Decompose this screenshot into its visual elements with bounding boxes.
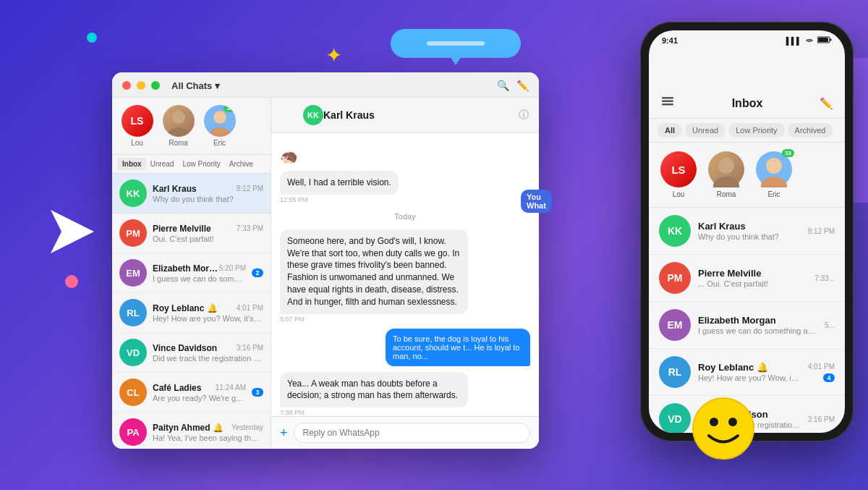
phone-status-bar: 9:41 ▌▌▌ [649, 30, 845, 48]
msg-bubble-long: Someone here, and by God's will, I know.… [280, 229, 468, 314]
chat-name-karl: Karl Kraus [153, 184, 197, 194]
phone-tab-unread[interactable]: Unread [685, 123, 726, 138]
chat-input-bar: + [271, 416, 539, 449]
add-icon[interactable]: + [280, 426, 288, 441]
chat-time-elizabeth: 5:20 PM [219, 264, 246, 272]
avatar-lou[interactable]: LS Lou [121, 105, 153, 147]
unread-badge-cafe: 3 [252, 388, 263, 397]
phone-chat-avatar-vince: VD [659, 403, 691, 433]
phone-avatar-lou-label: Lou [673, 190, 685, 198]
chat-time-cafe: 11:24 AM [216, 384, 246, 392]
app-logo [43, 203, 101, 261]
phone-screen: Inbox ✏️ All Unread Low Priority Archive… [649, 30, 845, 433]
traffic-light-yellow[interactable] [137, 81, 145, 90]
phone-tab-archived[interactable]: Archived [788, 123, 833, 138]
avatar-eric[interactable]: 33 Eric [203, 105, 236, 147]
phone-frame: 9:41 ▌▌▌ [640, 22, 854, 442]
phone-chat-roy[interactable]: RL Roy Leblanc 🔔 Hey! How are you? Wow, … [649, 349, 845, 396]
svg-point-1 [172, 111, 185, 124]
tab-archive[interactable]: Archive [225, 158, 258, 170]
phone-chat-time-karl: 8:12 PM [808, 227, 835, 235]
svg-point-19 [693, 398, 754, 459]
phone-time: 9:41 [662, 36, 678, 45]
phone-avatar-eric[interactable]: 33 Eric [756, 151, 792, 198]
wifi-icon [804, 36, 814, 45]
svg-point-17 [766, 158, 782, 174]
chat-preview-karl: Why do you think that? [153, 195, 263, 203]
phone-avatar-lou[interactable]: LS Lou [660, 151, 697, 198]
phone-chat-karl[interactable]: KK Karl Kraus Why do you think that? 8:1… [649, 208, 845, 255]
chat-item-roy[interactable]: RL Roy Leblanc 🔔 4:01 PM Hey! How are yo… [112, 293, 271, 333]
chat-info-cafe: Café Ladies 11:24 AM Are you ready? We'r… [153, 383, 246, 402]
tab-low-priority[interactable]: Low Priority [178, 158, 224, 170]
phone-avatar-roma-label: Roma [717, 190, 736, 198]
phone-chat-meta-roy: 4:01 PM 4 [808, 363, 835, 382]
svg-point-18 [761, 177, 787, 187]
svg-point-2 [168, 127, 190, 137]
reply-input[interactable] [294, 423, 530, 443]
chat-item-pierre[interactable]: PM Pierre Melville 7:33 PM Oui. C'est pa… [112, 214, 271, 253]
svg-point-15 [718, 158, 734, 174]
phone-chat-info-pierre: Pierre Melville ... Oui. C'est parfait! [698, 268, 807, 288]
phone-inbox-title: Inbox [675, 97, 820, 110]
phone-avatar-roma[interactable]: Roma [708, 151, 744, 198]
chat-item-karl[interactable]: KK Karl Kraus 8:12 PM Why do you think t… [112, 174, 271, 214]
traffic-light-red[interactable] [122, 81, 131, 90]
smiley-decoration [691, 396, 756, 461]
chat-info-icon[interactable]: ⓘ [519, 109, 529, 122]
phone-chat-info-karl: Karl Kraus Why do you think that? [698, 221, 801, 241]
phone-chat-meta-pierre: 7:33... [814, 274, 835, 282]
compose-icon[interactable]: ✏️ [516, 80, 529, 91]
msg-received-weak: Yea... A weak man has doubts before a de… [280, 372, 530, 416]
svg-point-16 [713, 177, 739, 187]
chat-preview-vince: Did we track the registration of the ste… [153, 354, 263, 363]
layers-icon[interactable] [660, 94, 675, 112]
avatar-lou-circle: LS [122, 105, 153, 137]
phone-chat-meta-elizabeth: 5... [825, 321, 835, 329]
chat-preview-paityn: Ha! Yea, I've been saying that since Nov… [153, 434, 263, 442]
chat-item-vince[interactable]: VD Vince Davidson 3:16 PM Did we track t… [112, 333, 271, 373]
phone-unread-roy: 4 [823, 373, 835, 382]
search-icon[interactable]: 🔍 [497, 80, 509, 91]
msg-time-long: 5:07 PM [280, 316, 530, 323]
phone-tab-all[interactable]: All [658, 123, 682, 138]
svg-point-4 [209, 127, 231, 137]
chat-detail-panel: KK Karl Kraus ⓘ [271, 98, 539, 449]
phone-header: Inbox ✏️ [649, 62, 845, 119]
phone-chat-pierre[interactable]: PM Pierre Melville ... Oui. C'est parfai… [649, 255, 845, 302]
chat-time-vince: 3:16 PM [237, 344, 263, 352]
chat-item-cafe[interactable]: CL Café Ladies 11:24 AM Are you ready? W… [112, 373, 271, 413]
traffic-light-green[interactable] [151, 81, 160, 90]
chat-avatar-paityn: PA [119, 418, 147, 446]
you-bubble-overlay: YouWhat [521, 190, 552, 213]
chat-info-karl: Karl Kraus 8:12 PM Why do you think that… [153, 184, 263, 203]
chat-avatar-elizabeth: EM [119, 259, 147, 287]
chat-header: KK Karl Kraus ⓘ [271, 98, 539, 133]
mac-app-window: All Chats ▾ 🔍 ✏️ LS Lou [112, 72, 539, 449]
speech-bubble-decoration [391, 29, 521, 58]
msg-bubble-weak: Yea... A weak man has doubts before a de… [280, 372, 468, 408]
tab-inbox[interactable]: Inbox [118, 158, 146, 170]
chat-name-elizabeth: Elizabeth Morgan [153, 263, 219, 274]
chat-name-pierre: Pierre Melville [153, 224, 211, 234]
avatar-roma[interactable]: Roma [162, 105, 195, 147]
phone-status-icons: ▌▌▌ [786, 36, 832, 45]
chat-avatar-roy: RL [119, 299, 147, 326]
chat-name-vince: Vince Davidson [153, 343, 217, 353]
tab-unread[interactable]: Unread [146, 158, 179, 170]
mac-sidebar: LS Lou Roma [112, 98, 271, 449]
phone-chat-elizabeth[interactable]: EM Elizabeth Morgan I guess we can do so… [649, 302, 845, 349]
svg-point-21 [728, 418, 737, 426]
phone-chat-time-pierre: 7:33... [814, 274, 835, 282]
chat-avatar-vince: VD [119, 339, 147, 366]
phone-chat-name-roy: Roy Leblanc 🔔 [698, 362, 801, 373]
chat-time-pierre: 7:33 PM [237, 224, 263, 232]
svg-marker-0 [51, 210, 94, 253]
phone-chat-name-pierre: Pierre Melville [698, 268, 807, 279]
phone-tab-low-priority[interactable]: Low Priority [728, 123, 784, 138]
chat-item-paityn[interactable]: PA Paityn Ahmed 🔔 Yesterday Ha! Yea, I'v… [112, 413, 271, 449]
msg-time-vision: 12:55 PM [280, 196, 530, 203]
phone-compose-icon[interactable]: ✏️ [820, 97, 833, 110]
chat-item-elizabeth[interactable]: EM Elizabeth Morgan 5:20 PM I guess we c… [112, 253, 271, 293]
phone-mockup: 9:41 ▌▌▌ [640, 22, 854, 442]
